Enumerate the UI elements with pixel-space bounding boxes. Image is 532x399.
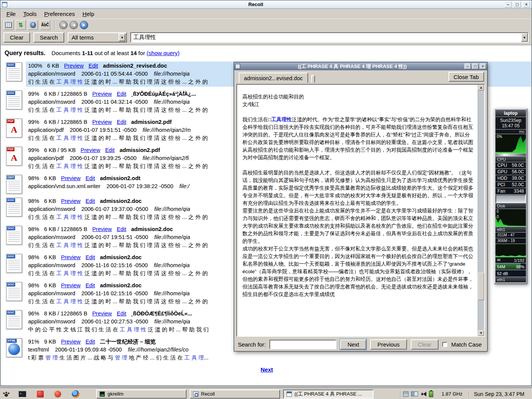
history-button[interactable] <box>28 20 38 30</box>
scroll-down-arrow[interactable]: ▼ <box>478 330 484 336</box>
edit-link[interactable]: Edit <box>86 175 95 181</box>
file-type-icon[interactable] <box>6 198 22 217</box>
window-maker-icon[interactable] <box>5 394 8 397</box>
find-next-button[interactable]: Next <box>340 339 366 350</box>
menu-item[interactable]: Preferences <box>40 10 79 18</box>
preview-link[interactable]: Preview <box>61 175 81 181</box>
volume-icon[interactable] <box>421 392 426 396</box>
search-button[interactable]: Search <box>33 32 65 43</box>
preview-tab[interactable]: admission2...evised.doc <box>239 73 308 83</box>
next-page-button[interactable]: ▶ <box>80 21 88 29</box>
net-rx-value: .011M - 47 <box>496 233 526 238</box>
edit-link[interactable]: Edit <box>86 282 95 288</box>
preview-link[interactable]: Preview <box>61 339 81 345</box>
preview-link[interactable]: Preview <box>92 91 112 97</box>
text-segment: 高校招生最明显的目的当然是选拔人才。但这选拔人才的目标却不仅仅是人们假定“因材施… <box>242 170 473 206</box>
file-type-icon[interactable] <box>6 254 22 273</box>
preview-link[interactable]: Preview <box>92 310 112 317</box>
edit-link[interactable]: Edit <box>117 91 126 97</box>
edit-link[interactable]: Edit <box>86 339 95 345</box>
find-clear-button[interactable]: Clear <box>411 339 439 350</box>
close-button[interactable]: × <box>480 63 486 69</box>
taskbar-task-button[interactable]: Recoll <box>190 390 280 399</box>
highlighted-term: 工 具 理 性 <box>56 135 83 141</box>
firefox-launcher-icon[interactable] <box>72 390 79 398</box>
preview-link[interactable]: Preview <box>61 282 81 288</box>
preview-link[interactable]: Preview <box>61 254 81 260</box>
file-type-icon[interactable] <box>6 310 22 329</box>
taskbar-clock[interactable]: Sun Sep 23, 3:47 PM <box>469 391 530 397</box>
maximize-button[interactable]: □ <box>513 1 521 8</box>
preview-document-text[interactable]: 高校招生的社会功能和目的文/钱江我们生活在□工具理性泛滥的时代。作为“世之显学”… <box>237 85 478 336</box>
file-type-icon[interactable] <box>6 175 22 194</box>
memory-meter[interactable]: 54M 98% <box>496 263 526 270</box>
maximize-button[interactable]: □ <box>472 63 478 69</box>
previous-page-button[interactable]: ◀ <box>70 21 78 29</box>
search-mode-dropdown[interactable]: All terms ▾ <box>68 32 127 43</box>
preview-title-bar[interactable]: ((工 PHRASE 4 具 PHRASE 4 理 PHRASE 4 性)) –… <box>234 62 487 70</box>
package-launcher-icon[interactable] <box>54 391 61 397</box>
edit-link[interactable]: Edit <box>105 147 115 153</box>
mail-icon: ✉ <box>497 258 500 263</box>
result-filename: 二十一世纪经济 – 细览 <box>100 339 156 345</box>
preview-scrollbar[interactable]: ▲ ▼ <box>478 85 484 336</box>
table-view-button[interactable] <box>3 20 14 30</box>
edit-link[interactable]: Edit <box>86 198 95 204</box>
preview-link[interactable]: Preview <box>64 63 84 69</box>
close-tab-button[interactable]: Close Tab <box>448 72 484 82</box>
preview-search-input[interactable] <box>269 340 336 349</box>
preview-search-bar: Search for: Next Previous Clear Match Ca… <box>234 337 487 351</box>
file-type-icon[interactable] <box>6 147 22 166</box>
taskbar-task-button[interactable]: gkrellm <box>96 390 187 399</box>
edit-link[interactable]: Edit <box>117 226 126 232</box>
edit-link[interactable]: Edit <box>89 63 98 69</box>
scrollbar-track[interactable] <box>478 90 484 330</box>
mime-type: application/msword <box>28 99 75 105</box>
find-previous-button[interactable]: Previous <box>370 339 407 350</box>
keyboard-layout-icon[interactable] <box>403 391 408 397</box>
search-input[interactable] <box>131 33 521 42</box>
edit-link[interactable]: Edit <box>117 119 126 125</box>
menu-item[interactable]: Tools <box>19 10 40 18</box>
terminal-launcher-icon[interactable] <box>19 391 26 397</box>
next-results-link[interactable]: Next <box>261 366 273 373</box>
preview-link[interactable]: Preview <box>92 226 112 232</box>
file-type-icon[interactable] <box>6 338 22 357</box>
scrollbar-thumb[interactable] <box>478 273 484 300</box>
file-type-icon[interactable] <box>6 90 22 109</box>
preview-link[interactable]: Preview <box>81 147 100 153</box>
edit-link[interactable]: Edit <box>117 310 126 317</box>
volume-meter[interactable]: 52 dB <box>496 270 526 277</box>
minimize-button[interactable]: – <box>464 63 471 69</box>
menu-item[interactable]: Help <box>79 10 98 18</box>
file-type-icon[interactable] <box>6 119 22 138</box>
show-query-link[interactable]: (show query) <box>147 50 180 56</box>
workspace-pager-icon[interactable] <box>411 391 418 396</box>
window-menu-icon[interactable] <box>2 2 7 7</box>
scroll-up-arrow[interactable]: ▲ <box>478 85 484 90</box>
menu-item[interactable]: File <box>3 10 19 18</box>
clear-button[interactable]: Clear <box>3 32 30 43</box>
result-url: file:///home/qia <box>154 262 190 268</box>
match-case-checkbox[interactable] <box>442 342 447 347</box>
first-page-button[interactable]: ◀ <box>59 21 68 29</box>
relevance-percent: 98% <box>28 282 39 288</box>
file-type-icon[interactable] <box>6 62 22 81</box>
term-explorer-button[interactable]: ÂbĈ <box>40 20 50 30</box>
file-type-icon[interactable] <box>6 282 22 301</box>
window-menu-icon[interactable] <box>235 64 240 69</box>
preview-paragraph: 成功的校友对于公立大学当然有益无害，但不像对私立大学那么至关重要。但是选入未来社… <box>242 245 475 298</box>
close-button[interactable]: × <box>522 1 530 8</box>
battery-icon[interactable] <box>429 391 433 397</box>
edit-link[interactable]: Edit <box>86 254 95 260</box>
taskbar-task-button[interactable]: ((工 PHRASE 4 具 PHRASE ... <box>283 390 374 399</box>
minimize-button[interactable]: – <box>504 1 512 8</box>
file-type-icon[interactable] <box>6 226 22 245</box>
preview-link[interactable]: Preview <box>61 198 81 204</box>
sort-button[interactable]: ⇅ <box>16 20 26 30</box>
history-chevron-icon[interactable]: ▾ <box>521 33 528 42</box>
text-segment: 泛 滥 的 时 ... 帮 助 我 们 理 清 这 些 纷 ... 之 外 的 <box>83 298 208 304</box>
preview-link[interactable]: Preview <box>92 119 112 125</box>
title-bar[interactable]: Recoll – □ × <box>0 0 532 9</box>
media-player-launcher-icon[interactable] <box>37 391 44 397</box>
